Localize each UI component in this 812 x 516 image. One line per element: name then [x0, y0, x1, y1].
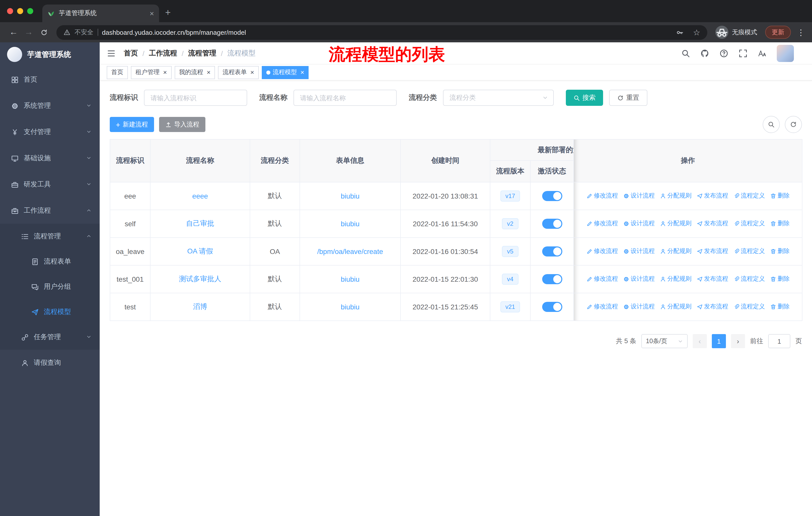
prev-page-button[interactable]: ‹ — [693, 334, 707, 348]
goto-page-input[interactable] — [768, 334, 790, 348]
process-name-link[interactable]: 自己审批 — [186, 219, 214, 227]
sidebar-item-home[interactable]: 首页 — [0, 66, 100, 93]
action-assign-rule[interactable]: 分配规则 — [660, 247, 691, 256]
key-icon[interactable] — [676, 28, 684, 36]
action-delete[interactable]: 删除 — [770, 219, 790, 228]
action-delete[interactable]: 删除 — [770, 275, 790, 283]
breadcrumb-item-0[interactable]: 首页 — [124, 49, 138, 58]
active-toggle[interactable] — [542, 246, 562, 256]
tab-tag-1[interactable]: 租户管理× — [131, 66, 171, 79]
tag-close-icon[interactable]: × — [300, 69, 304, 76]
next-page-button[interactable]: › — [731, 334, 745, 348]
action-definition[interactable]: 流程定义 — [733, 275, 765, 283]
github-icon[interactable] — [700, 49, 709, 58]
hamburger-icon[interactable] — [107, 49, 116, 58]
process-name-link[interactable]: eeee — [192, 192, 208, 200]
sidebar-item-system-management[interactable]: 系统管理 — [0, 93, 100, 119]
form-info-link[interactable]: biubiu — [341, 303, 360, 311]
breadcrumb-item-1[interactable]: 工作流程 — [149, 49, 177, 58]
bookmark-star-icon[interactable]: ☆ — [693, 27, 700, 37]
reset-button[interactable]: 重置 — [609, 90, 647, 106]
active-toggle[interactable] — [542, 191, 562, 201]
browser-tab[interactable]: 芋道管理系统 × — [42, 4, 159, 22]
form-info-link[interactable]: /bpm/oa/leave/create — [317, 247, 383, 255]
app-logo[interactable]: 芋道管理系统 — [0, 42, 100, 66]
action-publish[interactable]: 发布流程 — [696, 219, 728, 228]
action-design[interactable]: 设计流程 — [623, 219, 655, 228]
process-name-input[interactable] — [293, 90, 397, 106]
window-close-button[interactable] — [7, 8, 13, 14]
active-toggle[interactable] — [542, 219, 562, 229]
sidebar-item-payment-management[interactable]: 支付管理 — [0, 119, 100, 145]
window-zoom-button[interactable] — [27, 8, 33, 14]
back-button[interactable]: ← — [7, 27, 20, 37]
avatar[interactable] — [777, 45, 794, 62]
tag-close-icon[interactable]: × — [250, 69, 254, 76]
process-name-link[interactable]: 滔博 — [193, 302, 207, 310]
process-name-link[interactable]: 测试多审批人 — [179, 275, 221, 283]
tab-close-icon[interactable]: × — [149, 9, 154, 18]
action-delete[interactable]: 删除 — [770, 303, 790, 311]
page-size-select[interactable]: 10条/页 — [641, 334, 688, 348]
breadcrumb-item-3[interactable]: 流程模型 — [227, 49, 256, 58]
address-bar[interactable]: 不安全 dashboard.yudao.iocoder.cn/bpm/manag… — [56, 25, 707, 39]
action-delete[interactable]: 删除 — [770, 247, 790, 256]
active-toggle[interactable] — [542, 302, 562, 312]
action-definition[interactable]: 流程定义 — [733, 192, 765, 200]
tab-tag-0[interactable]: 首页 — [107, 66, 128, 79]
page-1-button[interactable]: 1 — [712, 334, 726, 348]
action-design[interactable]: 设计流程 — [623, 275, 655, 283]
action-modify[interactable]: 修改流程 — [586, 247, 618, 256]
action-design[interactable]: 设计流程 — [623, 303, 655, 311]
action-design[interactable]: 设计流程 — [623, 192, 655, 200]
action-publish[interactable]: 发布流程 — [696, 303, 728, 311]
sidebar-item-devtools[interactable]: 研发工具 — [0, 171, 100, 197]
action-assign-rule[interactable]: 分配规则 — [660, 192, 691, 200]
action-delete[interactable]: 删除 — [770, 192, 790, 200]
refresh-table-button[interactable] — [785, 116, 802, 133]
sidebar-item-process-form[interactable]: 流程表单 — [0, 249, 100, 274]
sidebar-item-process-model[interactable]: 流程模型 — [0, 299, 100, 325]
action-modify[interactable]: 修改流程 — [586, 219, 618, 228]
sidebar-item-leave-query[interactable]: 请假查询 — [0, 350, 100, 376]
action-assign-rule[interactable]: 分配规则 — [660, 275, 691, 283]
form-info-link[interactable]: biubiu — [341, 192, 360, 200]
tab-tag-4[interactable]: 流程模型× — [262, 66, 309, 79]
process-key-input[interactable] — [144, 90, 247, 106]
process-name-link[interactable]: OA 请假 — [187, 247, 213, 255]
tag-close-icon[interactable]: × — [163, 69, 167, 76]
fullscreen-icon[interactable] — [738, 49, 748, 58]
help-icon[interactable] — [719, 49, 728, 58]
sidebar-item-process-management[interactable]: 流程管理 — [0, 224, 100, 249]
action-assign-rule[interactable]: 分配规则 — [660, 303, 691, 311]
form-info-link[interactable]: biubiu — [341, 220, 360, 228]
create-process-button[interactable]: + 新建流程 — [110, 117, 154, 132]
new-tab-button[interactable]: + — [165, 7, 171, 18]
form-info-link[interactable]: biubiu — [341, 275, 360, 283]
reload-button[interactable] — [37, 28, 50, 36]
sidebar-item-workflow[interactable]: 工作流程 — [0, 197, 100, 224]
forward-button[interactable]: → — [22, 27, 35, 37]
action-design[interactable]: 设计流程 — [623, 247, 655, 256]
action-definition[interactable]: 流程定义 — [733, 303, 765, 311]
action-publish[interactable]: 发布流程 — [696, 192, 728, 200]
action-modify[interactable]: 修改流程 — [586, 192, 618, 200]
tab-tag-3[interactable]: 流程表单× — [218, 66, 259, 79]
action-publish[interactable]: 发布流程 — [696, 275, 728, 283]
action-assign-rule[interactable]: 分配规则 — [660, 219, 691, 228]
sidebar-item-user-group[interactable]: 用户分组 — [0, 274, 100, 299]
process-category-select[interactable]: 流程分类 — [443, 90, 554, 106]
action-definition[interactable]: 流程定义 — [733, 219, 765, 228]
tab-tag-2[interactable]: 我的流程× — [174, 66, 215, 79]
action-definition[interactable]: 流程定义 — [733, 247, 765, 256]
search-icon[interactable] — [681, 49, 690, 58]
action-modify[interactable]: 修改流程 — [586, 275, 618, 283]
window-minimize-button[interactable] — [17, 8, 23, 14]
active-toggle[interactable] — [542, 274, 562, 284]
tag-close-icon[interactable]: × — [207, 69, 210, 76]
import-process-button[interactable]: 导入流程 — [159, 117, 205, 132]
update-button[interactable]: 更新 — [765, 26, 791, 39]
breadcrumb-item-2[interactable]: 流程管理 — [188, 49, 216, 58]
toggle-search-button[interactable] — [763, 116, 780, 133]
sidebar-item-task-management[interactable]: 任务管理 — [0, 325, 100, 350]
